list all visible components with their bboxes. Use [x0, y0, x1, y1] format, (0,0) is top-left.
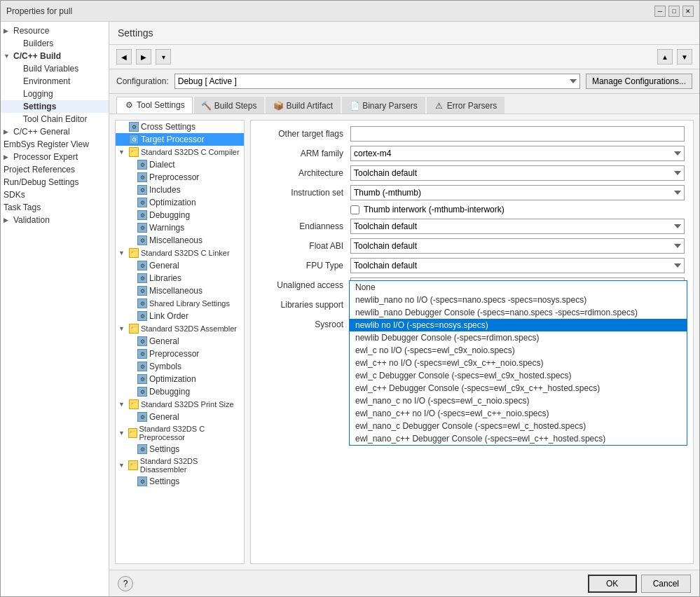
- sidebar-item-validation[interactable]: ▶ Validation: [1, 214, 109, 226]
- shared-lib-icon: ⚙: [137, 298, 147, 308]
- tree-ps-general[interactable]: ⚙ General: [116, 411, 244, 423]
- sidebar-item-settings[interactable]: Settings: [1, 100, 109, 113]
- tree-miscellaneous[interactable]: ⚙ Miscellaneous: [116, 234, 244, 247]
- manage-configurations-button[interactable]: Manage Configurations...: [586, 74, 692, 89]
- help-button[interactable]: ?: [118, 576, 133, 591]
- tree-print-size[interactable]: ▼ 📁 Standard S32DS Print Size: [116, 398, 244, 411]
- tree-std-assembler[interactable]: ▼ 📁 Standard S32DS Assembler: [116, 322, 244, 335]
- thumb-interwork-checkbox[interactable]: [350, 205, 359, 214]
- float-abi-select[interactable]: Toolchain default: [350, 238, 685, 254]
- tree-dialect[interactable]: ⚙ Dialect: [116, 158, 244, 171]
- maximize-button[interactable]: □: [668, 6, 680, 17]
- configuration-select[interactable]: Debug [ Active ]: [174, 74, 580, 89]
- tree-std-linker[interactable]: ▼ 📁 Standard S32DS C Linker: [116, 247, 244, 259]
- asm-optimization-icon: ⚙: [137, 374, 147, 384]
- sidebar-item-embsys[interactable]: EmbSys Register View: [1, 138, 109, 151]
- dropdown-item-none[interactable]: None: [350, 281, 687, 294]
- tab-error-parsers[interactable]: ⚠ Error Parsers: [427, 97, 505, 114]
- dropdown-item-newlib-noio[interactable]: newlib no I/O (-specs=nosys.specs): [350, 319, 687, 331]
- tab-build-steps[interactable]: 🔨 Build Steps: [194, 97, 265, 114]
- dropdown-item-ewl-cpp-noio[interactable]: ewl_c++ no I/O (-specs=ewl_c9x_c++_noio.…: [350, 357, 687, 369]
- libraries-support-label: Libraries support: [259, 300, 350, 310]
- expand-icon: ▶: [4, 128, 11, 135]
- other-target-flags-label: Other target flags: [259, 129, 350, 139]
- endianness-select[interactable]: Toolchain default: [350, 219, 685, 234]
- dropdown-item-newlib-nano-dbg[interactable]: newlib_nano Debugger Console (-specs=nan…: [350, 306, 687, 319]
- std-linker-icon: 📁: [129, 248, 139, 258]
- nav-forward-button[interactable]: ▶: [136, 49, 151, 64]
- tab-build-artifact[interactable]: 📦 Build Artifact: [266, 97, 341, 114]
- tree-c-preprocessor[interactable]: ▼ 📁 Standard S32DS C Preprocessor: [116, 423, 244, 443]
- arm-family-select[interactable]: cortex-m4: [350, 146, 685, 161]
- sidebar-item-tool-chain-editor[interactable]: Tool Chain Editor: [1, 113, 109, 125]
- tree-link-order[interactable]: ⚙ Link Order: [116, 310, 244, 322]
- tree-libraries[interactable]: ⚙ Libraries: [116, 272, 244, 284]
- architecture-select[interactable]: Toolchain default: [350, 165, 685, 181]
- tree-cpp-settings[interactable]: ⚙ Settings: [116, 443, 244, 455]
- sidebar-item-builders[interactable]: Builders: [1, 37, 109, 50]
- asm-general-icon: ⚙: [137, 336, 147, 346]
- footer-left: ?: [118, 576, 133, 591]
- tree-preprocessor[interactable]: ⚙ Preprocessor: [116, 171, 244, 184]
- fpu-type-select[interactable]: Toolchain default: [350, 258, 685, 273]
- sidebar-item-run-debug[interactable]: Run/Debug Settings: [1, 176, 109, 188]
- tree-debugging[interactable]: ⚙ Debugging: [116, 209, 244, 221]
- tree-asm-general[interactable]: ⚙ General: [116, 335, 244, 348]
- tree-disassembler[interactable]: ▼ 📁 Standard S32DS Disassembler: [116, 455, 244, 475]
- warnings-icon: ⚙: [137, 223, 147, 233]
- sidebar-item-build-variables[interactable]: Build Variables: [1, 62, 109, 75]
- dropdown-item-ewl-nano-cpp-noio[interactable]: ewl_nano_c++ no I/O (-specs=ewl_c++_noio…: [350, 407, 687, 420]
- sidebar-item-task-tags[interactable]: Task Tags: [1, 201, 109, 214]
- cpp-settings-icon: ⚙: [137, 444, 147, 454]
- asm-preprocessor-icon: ⚙: [137, 349, 147, 359]
- tree-dis-settings[interactable]: ⚙ Settings: [116, 475, 244, 488]
- dropdown-item-newlib-dbg[interactable]: newlib Debugger Console (-specs=rdimon.s…: [350, 331, 687, 344]
- nav-home-button[interactable]: ▾: [156, 49, 171, 64]
- tree-symbols[interactable]: ⚙ Symbols: [116, 360, 244, 373]
- fpu-type-label: FPU Type: [259, 261, 350, 270]
- dropdown-item-ewl-nano-cpp-dbg[interactable]: ewl_nano_c++ Debugger Console (-specs=ew…: [350, 432, 687, 445]
- tree-optimization[interactable]: ⚙ Optimization: [116, 196, 244, 209]
- other-target-flags-input[interactable]: [350, 126, 685, 142]
- instruction-set-select[interactable]: Thumb (-mthumb): [350, 185, 685, 200]
- dropdown-item-ewl-c-dbg[interactable]: ewl_c Debugger Console (-specs=ewl_c9x_h…: [350, 369, 687, 382]
- sidebar-item-environment[interactable]: Environment: [1, 75, 109, 88]
- sidebar-item-logging[interactable]: Logging: [1, 88, 109, 100]
- tree-std-c-compiler[interactable]: ▼ 📁 Standard S32DS C Compiler: [116, 146, 244, 158]
- tree-asm-debugging[interactable]: ⚙ Debugging: [116, 385, 244, 398]
- sidebar-item-resource[interactable]: ▶ Resource: [1, 25, 109, 37]
- sidebar-item-processor-expert[interactable]: ▶ Processor Expert: [1, 151, 109, 163]
- tab-tool-settings[interactable]: ⚙ Tool Settings: [116, 97, 193, 114]
- expand-icon: ▼: [4, 53, 11, 60]
- window-controls: ─ □ ✕: [654, 6, 694, 17]
- ok-button[interactable]: OK: [588, 575, 637, 593]
- dropdown-item-ewl-cpp-dbg[interactable]: ewl_c++ Debugger Console (-specs=ewl_c9x…: [350, 382, 687, 394]
- dropdown-item-newlib-nano[interactable]: newlib_nano no I/O (-specs=nano.specs -s…: [350, 294, 687, 306]
- close-button[interactable]: ✕: [682, 6, 694, 17]
- minimize-button[interactable]: ─: [654, 6, 666, 17]
- tree-general[interactable]: ⚙ General: [116, 259, 244, 272]
- nav-back-button[interactable]: ◀: [116, 49, 132, 64]
- tree-includes[interactable]: ⚙ Includes: [116, 184, 244, 196]
- tree-asm-preprocessor[interactable]: ⚙ Preprocessor: [116, 348, 244, 360]
- nav-up-button[interactable]: ▲: [657, 49, 673, 64]
- tree-target-processor[interactable]: ⚙ Target Processor: [116, 133, 244, 146]
- sidebar-item-cpp-build[interactable]: ▼ C/C++ Build: [1, 50, 109, 62]
- tree-cross-settings[interactable]: ⚙ Cross Settings: [116, 121, 244, 133]
- nav-down-button[interactable]: ▼: [677, 49, 692, 64]
- tree-misc2[interactable]: ⚙ Miscellaneous: [116, 284, 244, 297]
- sidebar-item-cpp-general[interactable]: ▶ C/C++ General: [1, 125, 109, 138]
- tree-asm-optimization[interactable]: ⚙ Optimization: [116, 373, 244, 385]
- cancel-button[interactable]: Cancel: [641, 575, 691, 593]
- sidebar-item-sdks[interactable]: SDKs: [1, 188, 109, 201]
- sidebar-item-project-references[interactable]: Project References: [1, 163, 109, 176]
- tree-shared-lib[interactable]: ⚙ Shared Library Settings: [116, 297, 244, 310]
- dropdown-item-ewl-nano-c-dbg[interactable]: ewl_nano_c Debugger Console (-specs=ewl_…: [350, 420, 687, 432]
- instruction-set-label: Instruction set: [259, 188, 350, 198]
- toolbar: ◀ ▶ ▾ ▲ ▼: [109, 45, 699, 69]
- tab-binary-parsers[interactable]: 📄 Binary Parsers: [342, 97, 425, 114]
- dropdown-item-ewl-c-noio[interactable]: ewl_c no I/O (-specs=ewl_c9x_noio.specs): [350, 344, 687, 357]
- tree-warnings[interactable]: ⚙ Warnings: [116, 221, 244, 234]
- dropdown-item-ewl-nano-c-noio[interactable]: ewl_nano_c no I/O (-specs=ewl_c_noio.spe…: [350, 394, 687, 407]
- tabs-bar: ⚙ Tool Settings 🔨 Build Steps 📦 Build Ar…: [109, 94, 699, 114]
